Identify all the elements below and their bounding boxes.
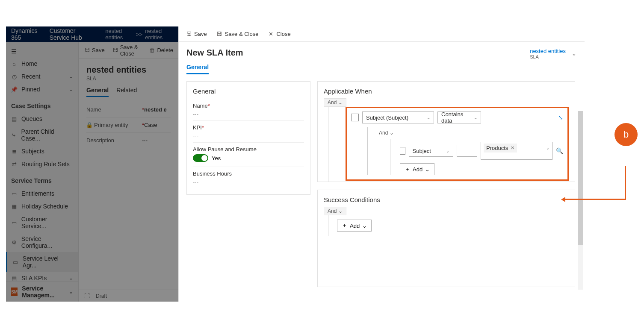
breadcrumb-2: nested entities — [145, 28, 173, 41]
tab-general[interactable]: General — [186, 64, 209, 74]
related-record-type: SLA — [530, 54, 566, 59]
success-heading: Success Conditions — [324, 196, 569, 203]
expand-icon[interactable]: ⛶ — [84, 293, 90, 299]
row-checkbox[interactable] — [400, 147, 405, 155]
bg-delete-button[interactable]: 🗑Delete — [149, 47, 173, 53]
field-allow-pause[interactable]: Allow Pause and Resume Yes — [193, 143, 304, 167]
queue-icon: ▤ — [11, 116, 17, 122]
close-button[interactable]: ✕Close — [268, 31, 290, 37]
toggle-switch[interactable] — [193, 154, 208, 162]
value-tag: Products✕ — [484, 144, 517, 153]
value-lookup[interactable]: Products✕ ⌄ — [481, 142, 552, 160]
bg-name-value[interactable]: nested e — [144, 106, 171, 113]
close-icon: ✕ — [268, 31, 274, 37]
bg-row-primary: 🔒Primary entity* Case — [86, 117, 171, 133]
chevron-down-icon: ⌄ — [425, 166, 430, 173]
add-condition-button-inner[interactable]: ＋Add⌄ — [400, 163, 434, 175]
nav-customer-service[interactable]: ▭Customer Service... — [6, 213, 78, 232]
field-dropdown[interactable]: Subject (Subject)⌄ — [362, 111, 434, 123]
save-icon: 🖫 — [84, 47, 90, 53]
bg-row-name: Name* nested e — [86, 102, 171, 117]
nav-sla[interactable]: ▭Service Level Agr... — [6, 252, 78, 272]
chevron-down-icon: ⌄ — [446, 149, 449, 153]
header-right[interactable]: nested entities SLA ⌄ — [530, 48, 577, 59]
bg-tabs: General Related — [79, 87, 178, 97]
general-heading: General — [193, 88, 304, 95]
home-icon: ⌂ — [11, 61, 17, 67]
chevron-down-icon: ⌄ — [338, 208, 343, 214]
clock-icon: ◷ — [11, 73, 17, 79]
bg-save-button[interactable]: 🖫Save — [84, 47, 105, 53]
nav-header-service: Service Terms — [6, 170, 78, 187]
pin-icon: 📌 — [11, 86, 17, 92]
bg-primary-value: Case — [144, 122, 171, 128]
nav-routing[interactable]: ⇄Routing Rule Sets — [6, 158, 78, 170]
nav-entitlements[interactable]: ▭Entitlements — [6, 187, 78, 200]
related-record-link[interactable]: nested entities — [530, 48, 566, 54]
bg-record-subtitle: SLA — [79, 76, 178, 87]
footer-status: Draft — [96, 293, 107, 299]
chevron-down-icon: ⌄ — [69, 275, 73, 281]
bg-save-close-button[interactable]: 🖫Save & Close — [112, 44, 142, 57]
nav-pinned[interactable]: 📌Pinned⌄ — [6, 83, 78, 96]
nav-recent[interactable]: ◷Recent⌄ — [6, 70, 78, 83]
success-group-operator[interactable]: And⌄ — [324, 207, 346, 215]
chevron-down-icon: ⌄ — [390, 130, 394, 136]
plus-icon: ＋ — [405, 165, 410, 173]
applicable-heading: Applicable When — [324, 88, 569, 95]
sla-item-flyout: 🖫Save 🖫Save & Close ✕Close New SLA Item … — [178, 26, 585, 302]
bg-footer: ⛶ Draft — [79, 290, 178, 302]
entitlement-icon: ▭ — [11, 191, 17, 197]
field-business-hours[interactable]: Business Hours --- — [193, 167, 304, 188]
field-dropdown-2[interactable]: Subject⌄ — [409, 145, 453, 157]
operator-dropdown-2[interactable] — [457, 145, 477, 157]
bg-sidebar: ☰ ⌂Home ◷Recent⌄ 📌Pinned⌄ Case Settings … — [6, 42, 79, 302]
sm-badge-icon: SM — [11, 288, 18, 296]
nav-parent-child[interactable]: ⤷Parent Child Case... — [6, 125, 78, 145]
kpi-icon: ▤ — [11, 275, 17, 281]
nav-holiday[interactable]: ▦Holiday Schedule — [6, 200, 78, 213]
root-group-operator[interactable]: And⌄ — [324, 98, 346, 107]
breadcrumb-1[interactable]: nested entities — [105, 28, 133, 41]
name-value[interactable]: --- — [193, 111, 304, 117]
condition-row-2: Subject⌄ Products✕ ⌄ 🔍 — [400, 142, 563, 160]
hours-value[interactable]: --- — [193, 179, 304, 185]
collapse-icon[interactable]: ⤡ — [558, 114, 563, 121]
save-close-icon: 🖫 — [216, 31, 222, 37]
row-checkbox[interactable] — [351, 114, 359, 121]
add-success-condition-button[interactable]: ＋Add⌄ — [337, 220, 372, 232]
fg-tabs: General — [179, 64, 585, 74]
operator-dropdown[interactable]: Contains data⌄ — [437, 111, 481, 123]
search-icon[interactable]: 🔍 — [556, 147, 563, 154]
nav-queues[interactable]: ▤Queues — [6, 112, 78, 125]
page-title: New SLA Item — [186, 48, 243, 58]
nav-subjects[interactable]: ≣Subjects — [6, 145, 78, 158]
gear-icon: ⚙ — [11, 239, 17, 245]
hamburger-icon[interactable]: ☰ — [6, 45, 78, 57]
nested-group-operator[interactable]: And⌄ — [375, 129, 397, 137]
save-button[interactable]: 🖫Save — [186, 31, 207, 37]
nav-service-config[interactable]: ⚙Service Configura... — [6, 232, 78, 252]
callout-badge: b — [614, 123, 638, 146]
brand: Dynamics 365 — [11, 27, 41, 41]
remove-tag-icon[interactable]: ✕ — [511, 145, 514, 151]
bg-desc-value[interactable]: --- — [142, 137, 171, 144]
tree-icon: ⤷ — [11, 132, 17, 138]
nav-service-mgmt[interactable]: SMService Managem...⌄ — [6, 282, 78, 302]
field-kpi[interactable]: KPI* --- — [193, 121, 304, 143]
nav-home[interactable]: ⌂Home — [6, 57, 78, 70]
chevron-down-icon: ⌄ — [69, 73, 73, 79]
vertical-scrollbar[interactable] — [578, 111, 583, 290]
bg-tab-related[interactable]: Related — [116, 87, 137, 97]
bg-row-description: Description --- — [86, 133, 171, 148]
lock-icon: 🔒 — [86, 122, 92, 128]
sla-icon: ▭ — [12, 259, 18, 265]
highlighted-condition-group: Subject (Subject)⌄ Contains data⌄ ⤡ And⌄… — [346, 107, 569, 181]
bg-tab-general[interactable]: General — [86, 87, 109, 97]
save-close-button[interactable]: 🖫Save & Close — [216, 31, 259, 37]
kpi-value[interactable]: --- — [193, 132, 304, 139]
field-name[interactable]: Name* --- — [193, 99, 304, 121]
save-icon: 🖫 — [186, 31, 192, 37]
chevron-down-icon[interactable]: ⌄ — [571, 51, 577, 57]
chevron-down-icon: ⌄ — [69, 289, 73, 295]
